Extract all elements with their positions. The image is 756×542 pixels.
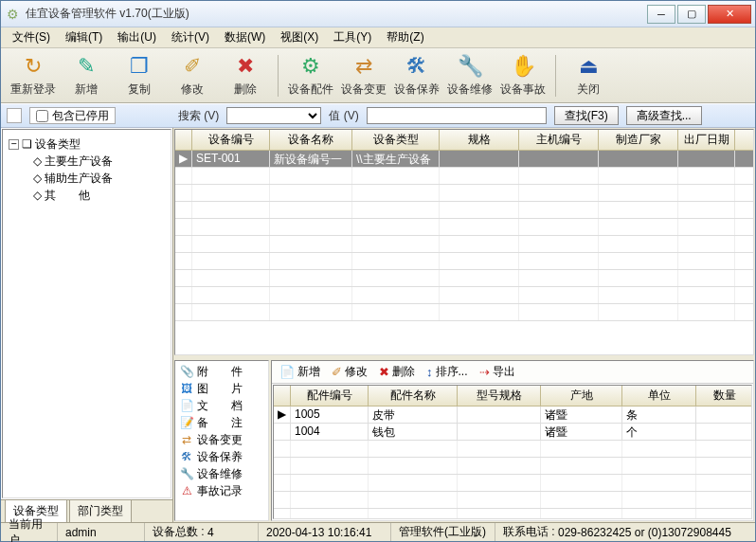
find-button[interactable]: 查找(F3) <box>554 106 619 125</box>
detail-tb-4[interactable]: ⇢导出 <box>479 364 515 380</box>
category-tree[interactable]: − ❏ 设备类型 ◇主要生产设备◇辅助生产设备◇其 他 <box>2 129 171 498</box>
row-indicator: ▶ <box>175 151 192 167</box>
parts-col-5[interactable]: 数量 <box>696 386 752 406</box>
detail-nav-item-6[interactable]: 🔧设备维修 <box>177 465 266 482</box>
parts-col-3[interactable]: 产地 <box>541 386 622 406</box>
detail-nav-item-4[interactable]: ⇄设备变更 <box>177 431 266 448</box>
detail-tb-label: 导出 <box>493 364 515 380</box>
equipment-grid[interactable]: 设备编号设备名称设备类型规格主机编号制造厂家出厂日期 ▶SET-001新设备编号… <box>174 129 754 355</box>
search-value-input[interactable] <box>367 107 547 124</box>
toolbar-relogin-label: 重新登录 <box>10 81 56 98</box>
detail-nav-item-7[interactable]: ⚠事故记录 <box>177 482 266 499</box>
cell <box>599 151 678 167</box>
toolbar-maint-button[interactable]: 🛠设备保养 <box>392 51 441 100</box>
cell: 皮带 <box>369 406 458 423</box>
copy-icon: ❐ <box>126 53 153 80</box>
toolbar-delete-label: 删除 <box>234 81 257 98</box>
toolbar-relogin-button[interactable]: ↻重新登录 <box>9 51 58 100</box>
menu-item-7[interactable]: 帮助(Z) <box>379 27 431 47</box>
parts-col-1[interactable]: 配件名称 <box>369 386 458 406</box>
detail-tb-1[interactable]: ✐修改 <box>332 364 368 380</box>
detail-tb-3[interactable]: ↕排序... <box>426 364 468 380</box>
cell: 诸暨 <box>541 406 622 423</box>
empty-row <box>274 441 751 458</box>
detail-tb-0[interactable]: 📄新增 <box>279 364 320 380</box>
toolbar-change-button[interactable]: ⇄设备变更 <box>339 51 388 100</box>
detail-tb-icon: 📄 <box>279 365 295 379</box>
detail-nav-item-2[interactable]: 📄文 档 <box>177 397 266 414</box>
cell <box>440 151 519 167</box>
toolbar-delete-button[interactable]: ✖删除 <box>221 51 270 100</box>
menu-item-1[interactable]: 编辑(T) <box>58 27 110 47</box>
parts-col-4[interactable]: 单位 <box>622 386 696 406</box>
col-header-6[interactable]: 出厂日期 <box>678 130 735 150</box>
cell: 新设备编号一 <box>270 151 352 167</box>
detail-nav-item-3[interactable]: 📝备 注 <box>177 414 266 431</box>
toolbar-parts-button[interactable]: ⚙设备配件 <box>286 51 335 100</box>
parts-icon: ⚙ <box>297 53 324 80</box>
nav-icon: 🛠 <box>180 450 193 463</box>
detail-nav-item-1[interactable]: 🖼图 片 <box>177 380 266 397</box>
delete-icon: ✖ <box>232 53 259 80</box>
change-icon: ⇄ <box>351 53 377 80</box>
col-header-2[interactable]: 设备类型 <box>352 130 440 150</box>
cell: 钱包 <box>369 424 458 440</box>
folder-icon: ❏ <box>22 137 32 151</box>
include-stopped-label: 包含已停用 <box>52 108 109 124</box>
col-header-3[interactable]: 规格 <box>440 130 519 150</box>
toolbar-separator <box>278 55 279 97</box>
search-prefix-icon <box>7 108 22 123</box>
toolbar-repair-button[interactable]: 🔧设备维修 <box>445 51 495 100</box>
edit-icon: ✐ <box>179 53 206 80</box>
parts-row[interactable]: ▶1005皮带诸暨条 <box>274 406 751 424</box>
cell: 条 <box>622 406 696 423</box>
search-field-select[interactable] <box>226 107 321 124</box>
toolbar-close-button[interactable]: ⏏关闭 <box>564 51 613 100</box>
maximize-button[interactable]: ▢ <box>677 5 706 24</box>
include-stopped-checkbox[interactable]: 包含已停用 <box>29 107 116 124</box>
menu-item-2[interactable]: 输出(U) <box>110 27 164 47</box>
left-tab-1[interactable]: 部门类型 <box>69 499 132 522</box>
col-header-0[interactable]: 设备编号 <box>192 130 270 150</box>
tree-child-1[interactable]: ◇辅助生产设备 <box>7 170 167 187</box>
menu-item-0[interactable]: 文件(S) <box>5 27 58 47</box>
empty-row <box>175 236 753 253</box>
row-indicator <box>274 424 291 440</box>
detail-nav-item-5[interactable]: 🛠设备保养 <box>177 448 266 465</box>
menu-item-4[interactable]: 数据(W) <box>217 27 273 47</box>
detail-nav[interactable]: 📎附 件🖼图 片📄文 档📝备 注⇄设备变更🛠设备保养🔧设备维修⚠事故记录 <box>174 360 269 521</box>
toolbar-add-button[interactable]: ✎新增 <box>62 51 111 100</box>
app-icon: ⚙ <box>5 7 20 22</box>
collapse-icon[interactable]: − <box>9 139 19 150</box>
parts-grid[interactable]: 配件编号配件名称型号规格产地单位数量 ▶1005皮带诸暨条1004钱包诸暨个 <box>273 385 752 519</box>
cell <box>458 424 541 440</box>
tree-child-0[interactable]: ◇主要生产设备 <box>7 153 167 170</box>
include-stopped-input[interactable] <box>36 110 48 122</box>
minimize-button[interactable]: ─ <box>647 5 675 24</box>
menu-item-3[interactable]: 统计(V) <box>164 27 217 47</box>
parts-col-0[interactable]: 配件编号 <box>291 386 369 406</box>
detail-tb-2[interactable]: ✖删除 <box>379 364 415 380</box>
parts-col-2[interactable]: 型号规格 <box>458 386 541 406</box>
toolbar-copy-button[interactable]: ❐复制 <box>115 51 164 100</box>
toolbar-edit-button[interactable]: ✐修改 <box>168 51 217 100</box>
close-window-button[interactable]: ✕ <box>708 5 751 24</box>
col-header-1[interactable]: 设备名称 <box>270 130 352 150</box>
col-header-4[interactable]: 主机编号 <box>519 130 599 150</box>
tree-root[interactable]: − ❏ 设备类型 <box>7 136 167 153</box>
nav-label: 设备保养 <box>197 449 243 465</box>
menu-item-6[interactable]: 工具(Y) <box>326 27 379 47</box>
toolbar-accident-label: 设备事故 <box>500 81 546 98</box>
table-row[interactable]: ▶SET-001新设备编号一\\主要生产设备 <box>175 151 753 168</box>
parts-row[interactable]: 1004钱包诸暨个 <box>274 424 751 441</box>
tree-child-2[interactable]: ◇其 他 <box>7 187 167 204</box>
toolbar-separator <box>555 55 556 97</box>
col-header-5[interactable]: 制造厂家 <box>599 130 678 150</box>
toolbar-accident-button[interactable]: ✋设备事故 <box>498 51 548 100</box>
status-user-label: 当前用户 <box>1 523 58 541</box>
menu-item-5[interactable]: 视图(X) <box>273 27 326 47</box>
advanced-find-button[interactable]: 高级查找... <box>626 106 702 125</box>
close-icon: ⏏ <box>575 53 602 80</box>
cell <box>696 406 751 423</box>
detail-nav-item-0[interactable]: 📎附 件 <box>177 363 266 380</box>
